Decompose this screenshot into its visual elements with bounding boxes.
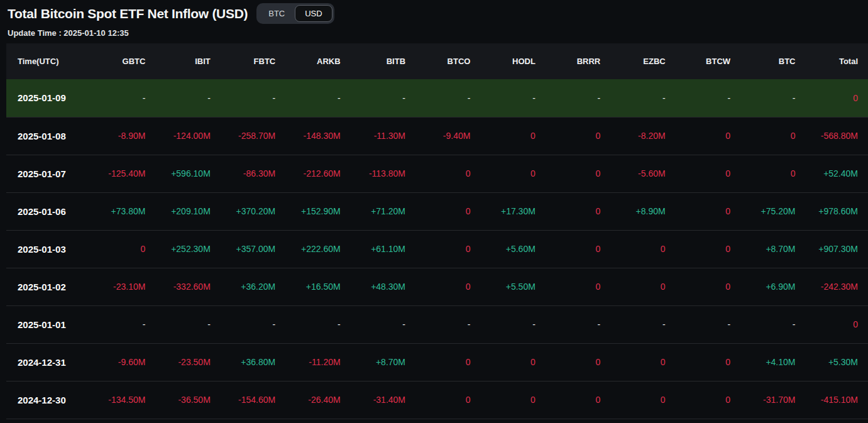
value-cell: 0 [738,155,803,192]
value-cell: 0 [478,381,542,419]
value-cell: -36.50M [153,381,217,419]
value-cell: -8.90M [88,117,153,155]
value-cell: -31.40M [348,381,413,419]
column-header-btco: BTCO [413,43,478,79]
value-cell: 0 [673,155,738,192]
row-date: 2025-01-08 [6,117,88,155]
value-cell: - [153,305,217,343]
value-cell: 0 [543,192,608,230]
value-cell: +5.50M [478,268,542,305]
currency-toggle: BTC USD [256,3,334,24]
value-cell: +8.90M [608,192,673,230]
table-row: 2025-01-030+252.30M+357.00M+222.60M+61.1… [6,230,868,268]
value-cell: -5.60M [608,155,673,192]
value-cell: 0 [413,230,478,268]
toggle-option-btc[interactable]: BTC [258,5,295,22]
value-cell: +73.80M [88,192,153,230]
page-header: Total Bitcoin Spot ETF Net Inflow (USD) … [0,0,868,38]
value-cell: -154.60M [218,381,283,419]
value-cell: -332.60M [153,268,217,305]
value-cell: 0 [543,381,608,419]
value-cell: -134.50M [88,381,153,419]
value-cell: - [738,305,803,343]
column-header-fbtc: FBTC [218,43,283,79]
value-cell: +36.80M [218,343,283,381]
value-cell: - [218,305,283,343]
value-cell: 0 [738,117,803,155]
value-cell: - [413,305,478,343]
value-cell: 0 [608,343,673,381]
table-row: 2025-01-09-----------0 [6,79,868,117]
value-cell: 0 [413,192,478,230]
value-cell: 0 [543,117,608,155]
value-cell: - [413,79,478,117]
value-cell: 0 [608,230,673,268]
table-row: 2025-01-07-125.40M+596.10M-86.30M-212.60… [6,155,868,192]
column-header-ezbc: EZBC [608,43,673,79]
column-header-total: Total [803,43,868,79]
table-row: 2025-01-06+73.80M+209.10M+370.20M+152.90… [6,192,868,230]
value-cell: - [543,305,608,343]
row-date: 2025-01-09 [6,79,88,117]
value-cell: -125.40M [88,155,153,192]
table-row: 2025-01-02-23.10M-332.60M+36.20M+16.50M+… [6,268,868,305]
value-cell: -9.60M [88,343,153,381]
value-cell: -23.50M [153,343,217,381]
value-cell: +222.60M [283,230,348,268]
value-cell: 0 [673,381,738,419]
update-time: Update Time : 2025-01-10 12:35 [8,28,860,38]
value-cell: - [348,79,413,117]
value-cell: 0 [673,117,738,155]
value-cell: - [673,79,738,117]
value-cell: 0 [608,381,673,419]
value-cell: 0 [673,230,738,268]
table-row: 2024-12-30-134.50M-36.50M-154.60M-26.40M… [6,381,868,419]
page-title: Total Bitcoin Spot ETF Net Inflow (USD) [8,6,248,21]
value-cell: -11.20M [283,343,348,381]
value-cell: +6.90M [738,268,803,305]
value-cell: +5.60M [478,230,542,268]
value-cell: +75.20M [738,192,803,230]
value-cell: -26.40M [283,381,348,419]
column-header-ibit: IBIT [153,43,217,79]
value-cell: +252.30M [153,230,217,268]
value-cell: - [348,305,413,343]
column-header-brrr: BRRR [543,43,608,79]
value-cell: - [88,79,153,117]
value-cell: 0 [803,79,868,117]
table-row: 2024-12-31-9.60M-23.50M+36.80M-11.20M+8.… [6,343,868,381]
value-cell: 0 [413,343,478,381]
column-header-btc: BTC [738,43,803,79]
row-date: 2025-01-01 [6,305,88,343]
row-date: 2024-12-31 [6,343,88,381]
value-cell: +16.50M [283,268,348,305]
value-cell: -113.80M [348,155,413,192]
value-cell: - [218,79,283,117]
column-header-btcw: BTCW [673,43,738,79]
value-cell: 0 [543,155,608,192]
value-cell: 0 [413,268,478,305]
column-header-timeutc: Time(UTC) [6,43,88,79]
value-cell: 0 [88,230,153,268]
value-cell: +71.20M [348,192,413,230]
value-cell: +152.90M [283,192,348,230]
value-cell: +8.70M [348,343,413,381]
value-cell: +357.00M [218,230,283,268]
value-cell: -11.30M [348,117,413,155]
value-cell: - [738,79,803,117]
value-cell: +5.30M [803,343,868,381]
value-cell: +370.20M [218,192,283,230]
column-header-hodl: HODL [478,43,542,79]
value-cell: - [153,79,217,117]
value-cell: 0 [478,343,542,381]
value-cell: - [673,305,738,343]
value-cell: -31.70M [738,381,803,419]
toggle-option-usd[interactable]: USD [295,5,332,22]
value-cell: -23.10M [88,268,153,305]
value-cell: 0 [673,192,738,230]
table-row: 2025-01-08-8.90M-124.00M-258.70M-148.30M… [6,117,868,155]
value-cell: +48.30M [348,268,413,305]
table-row: 2025-01-01-----------0 [6,305,868,343]
value-cell: -9.40M [413,117,478,155]
value-cell: -8.20M [608,117,673,155]
